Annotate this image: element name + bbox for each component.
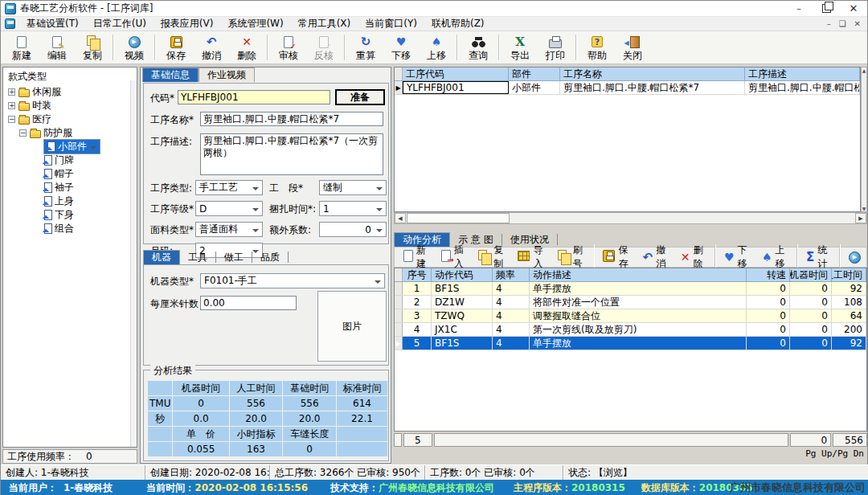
menu-item-1[interactable]: 日常工作(U)	[86, 17, 154, 31]
toolbar-button-save[interactable]: 保存	[597, 248, 637, 266]
toolbar-button-undo[interactable]: ↶撤消	[194, 33, 229, 63]
machine-type-select[interactable]: F0101-手工	[200, 273, 385, 288]
select-1[interactable]: 缝制	[319, 180, 387, 195]
toolbar-button-renumber[interactable]: ✎刷号	[552, 248, 592, 266]
column-header-3[interactable]: 动作描述	[530, 268, 747, 282]
action-row[interactable]: 3TZWQ4调整握取缝合位0064	[395, 309, 866, 323]
toolbar-button-edit[interactable]: ✎编辑	[39, 33, 75, 63]
column-header-3[interactable]: 工序描述	[745, 68, 860, 81]
toolbar-button-stats[interactable]: Σ统计	[800, 248, 837, 266]
ready-button[interactable]: 准备	[335, 89, 385, 105]
tree-item-医疗[interactable]: −医疗	[3, 112, 137, 126]
select-2[interactable]: D	[195, 201, 263, 216]
menu-item-0[interactable]: 基础设置(T)	[19, 17, 86, 31]
column-header-0[interactable]: 序号	[403, 268, 432, 282]
toolbar-button-new[interactable]: 新建	[4, 33, 39, 63]
tab-作业视频[interactable]: 作业视频	[199, 68, 255, 82]
toolbar-button-save[interactable]: 保存	[158, 33, 194, 63]
tab-品质[interactable]: 品质	[252, 252, 289, 263]
tree-item-休闲服[interactable]: +休闲服	[3, 85, 137, 99]
collapse-icon[interactable]: −	[19, 129, 27, 137]
toolbar-button-video[interactable]: ▶视频	[117, 33, 152, 63]
toolbar-button-unaudit[interactable]: ✓反核	[306, 33, 342, 63]
toolbar-button-export[interactable]: X导出	[502, 33, 538, 63]
select-5[interactable]: 0	[319, 222, 387, 237]
toolbar-button-import[interactable]: 导入	[512, 248, 551, 266]
menu-item-5[interactable]: 当前窗口(Y)	[358, 17, 424, 31]
collapse-icon[interactable]: −	[8, 116, 15, 123]
scroll-thumb[interactable]	[407, 213, 510, 223]
action-row[interactable]: ▶5BF1S4单手摆放0092	[395, 337, 866, 350]
tree-item-防护服[interactable]: −防护服	[3, 126, 137, 140]
close-icon[interactable]: ✕	[840, 1, 867, 16]
tree-item-下身[interactable]: 下身	[3, 208, 137, 222]
expand-icon[interactable]: +	[8, 102, 15, 109]
toolbar-button-move-down[interactable]: ♥下移	[719, 248, 756, 266]
toolbar-button-search[interactable]: 查询	[461, 33, 496, 63]
toolbar-button-undo[interactable]: ↶撤消	[637, 248, 675, 266]
column-header-2[interactable]: 工序名称	[560, 68, 745, 81]
toolbar-button-delete[interactable]: ✕删除	[229, 33, 264, 63]
expand-icon[interactable]: +	[8, 88, 15, 96]
column-header-2[interactable]: 频率	[493, 268, 530, 282]
toolbar-button-move-up[interactable]: ♠上移	[756, 248, 794, 266]
action-row[interactable]: 1BF1S4单手摆放0092	[395, 282, 866, 296]
toolbar-button-move-down[interactable]: ♥下移	[383, 33, 419, 63]
tab-做工[interactable]: 做工	[216, 252, 252, 263]
process-name-input[interactable]	[200, 112, 383, 126]
menu-item-2[interactable]: 报表应用(V)	[154, 17, 221, 31]
menu-item-4[interactable]: 常用工具(X)	[291, 17, 358, 31]
process-list-vscrollbar[interactable]: ▲▼	[861, 67, 867, 212]
process-desc-textarea[interactable]: 剪里袖口.脚口.中腰.帽口松紧*7（一次剪两根）	[200, 133, 383, 175]
toolbar-button-delete[interactable]: ✕删除	[675, 248, 712, 266]
minimize-icon[interactable]: –	[785, 1, 813, 16]
toolbar-button-new[interactable]: 新建	[398, 248, 436, 266]
tree-item-时装[interactable]: +时装	[3, 99, 137, 112]
mdi-close-icon[interactable]: ✕	[854, 19, 861, 28]
tab-基础信息[interactable]: 基础信息	[142, 68, 199, 82]
tree-item-组合[interactable]: 组合	[3, 222, 137, 235]
toolbar-button-insert[interactable]: →插入	[436, 248, 473, 266]
column-header-1[interactable]: 动作代码	[432, 268, 493, 282]
stitch-count-input[interactable]	[200, 296, 297, 310]
tab-使用状况[interactable]: 使用状况	[502, 234, 558, 245]
select-4[interactable]: 普通面料	[195, 222, 263, 237]
tree-scrollbar[interactable]	[130, 80, 137, 447]
restore-icon[interactable]	[813, 1, 840, 16]
toolbar-button-play[interactable]: ▶	[843, 248, 866, 266]
tree-item-门牌[interactable]: 门牌	[3, 153, 137, 167]
column-header-0[interactable]: 工序代码	[403, 68, 509, 81]
code-input[interactable]	[178, 90, 330, 104]
menu-item-6[interactable]: 联机帮助(Z)	[424, 17, 492, 31]
column-header-5[interactable]: 机器时间	[790, 268, 832, 282]
mdi-restore-icon[interactable]: ❏	[839, 19, 846, 28]
toolbar-button-close[interactable]: 关闭	[615, 33, 650, 63]
process-list-hscrollbar[interactable]: ◀ ▶	[394, 212, 867, 224]
column-header-1[interactable]: 部件	[509, 68, 560, 81]
toolbar-button-move-up[interactable]: ♠上移	[419, 33, 454, 63]
tree-item-小部件[interactable]: 小部件	[3, 140, 137, 153]
toolbar-button-copy[interactable]: 复制	[75, 33, 110, 63]
mdi-minimize-icon[interactable]: –	[827, 19, 831, 28]
select-0[interactable]: 手工工艺	[195, 180, 263, 195]
column-header-4[interactable]: 转速	[747, 268, 790, 282]
tab-机器[interactable]: 机器	[143, 250, 180, 264]
tree-item-帽子[interactable]: 帽子	[3, 167, 137, 181]
toolbar-button-help[interactable]: ?帮助	[579, 33, 615, 63]
toolbar-button-audit[interactable]: ✓审核	[271, 33, 306, 63]
column-header-6[interactable]: 人工时间	[832, 268, 866, 282]
action-row[interactable]: 2DZ1W4将部件对准一个位置00108	[395, 296, 866, 309]
toolbar-button-recalc[interactable]: ↻重算	[348, 33, 383, 63]
table-row[interactable]: ▶YLFHFBJ001小部件剪里袖口.脚口.中腰.帽口松紧*7剪里袖口.脚口.中…	[395, 81, 860, 95]
tree-item-上身[interactable]: 上身	[3, 194, 137, 208]
scroll-right-icon[interactable]: ▶	[855, 213, 866, 223]
select-3[interactable]: 1	[319, 201, 387, 216]
toolbar-button-print[interactable]: 打印	[538, 33, 573, 63]
toolbar-button-copy[interactable]: 复制	[473, 248, 512, 266]
tree-item-袖子[interactable]: 袖子	[3, 181, 137, 194]
action-row[interactable]: 4JX1C4第一次剪线(取及放剪刀)00200	[395, 323, 866, 337]
scroll-left-icon[interactable]: ◀	[395, 213, 406, 223]
menu-item-3[interactable]: 系统管理(W)	[220, 17, 290, 31]
tab-工具[interactable]: 工具	[180, 252, 216, 263]
delete-icon: ✕	[681, 252, 690, 263]
